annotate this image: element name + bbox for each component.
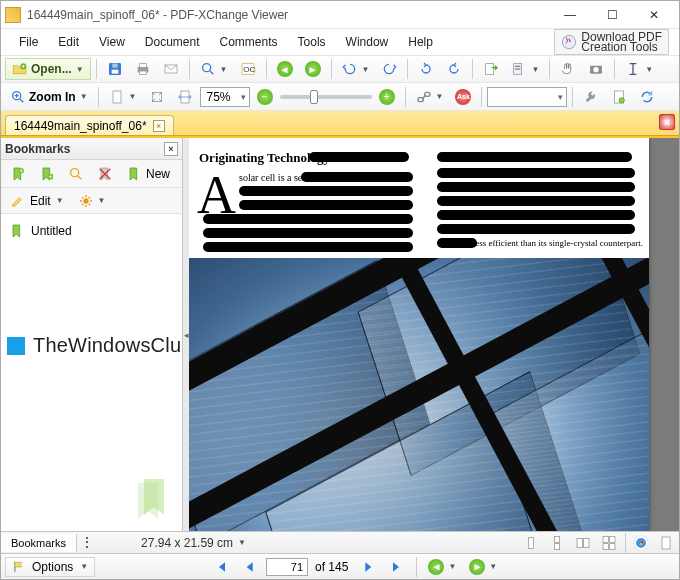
- menu-tools[interactable]: Tools: [290, 31, 334, 53]
- bm-add-child-button[interactable]: [34, 163, 60, 185]
- menu-document[interactable]: Document: [137, 31, 208, 53]
- layout-facing-continuous-button[interactable]: [596, 532, 622, 554]
- document-tabstrip: 164449main_spinoff_06* × ×: [1, 111, 679, 135]
- download-pdf-tools-button[interactable]: Download PDF Creation Tools: [554, 29, 669, 55]
- bm-find-button[interactable]: [63, 163, 89, 185]
- zoom-in-button[interactable]: +: [374, 86, 400, 108]
- bookmarks-tree[interactable]: Untitled TheWindowsClub: [1, 214, 182, 531]
- print-button[interactable]: [130, 58, 156, 80]
- last-page-button[interactable]: [384, 556, 410, 578]
- tool-b[interactable]: [606, 86, 632, 108]
- zoom-slider-thumb[interactable]: [310, 90, 318, 104]
- redaction-bar: [437, 182, 635, 192]
- menu-view[interactable]: View: [91, 31, 133, 53]
- nav-fwd-button[interactable]: ►: [300, 58, 326, 80]
- menu-comments[interactable]: Comments: [212, 31, 286, 53]
- select-tool[interactable]: ▼: [620, 58, 658, 80]
- zoom-out-button[interactable]: −: [252, 86, 278, 108]
- panel-close-button[interactable]: ×: [164, 142, 178, 156]
- document-tab[interactable]: 164449main_spinoff_06* ×: [5, 115, 174, 135]
- search-box[interactable]: [487, 87, 567, 107]
- hand-icon: [560, 61, 576, 77]
- zoom-combo[interactable]: 75%: [200, 87, 250, 107]
- svg-rect-15: [515, 68, 520, 69]
- hand-tool[interactable]: [555, 58, 581, 80]
- menubar: File Edit View Document Comments Tools W…: [1, 29, 679, 55]
- layout-single-button[interactable]: [518, 532, 544, 554]
- layout-continuous-button[interactable]: [544, 532, 570, 554]
- page-thumb-button[interactable]: [653, 532, 679, 554]
- gear-icon: [78, 193, 94, 209]
- bookmarks-toolbar: New: [1, 160, 182, 188]
- bm-add-button[interactable]: [5, 163, 31, 185]
- redaction-bar: [203, 228, 413, 238]
- arrow-right-icon: ►: [305, 61, 321, 77]
- bm-options-button[interactable]: ▼: [73, 190, 111, 212]
- minimize-button[interactable]: —: [549, 2, 591, 28]
- bookmarks-panel: Bookmarks × New Edit▼ ▼ Untitled TheWind…: [1, 138, 183, 531]
- status-tab-bookmarks[interactable]: Bookmarks: [1, 534, 77, 552]
- bookmark-item[interactable]: Untitled: [9, 220, 174, 242]
- separator: [625, 533, 626, 553]
- snapshot-tool[interactable]: [583, 58, 609, 80]
- link-tool[interactable]: ▼: [411, 86, 449, 108]
- svg-point-29: [83, 198, 88, 203]
- bm-delete-button[interactable]: [92, 163, 118, 185]
- redo-button[interactable]: [376, 58, 402, 80]
- menu-file[interactable]: File: [11, 31, 46, 53]
- find-button[interactable]: ▼: [195, 58, 233, 80]
- prev-page-button[interactable]: [237, 556, 263, 578]
- redaction-bar: [437, 168, 635, 178]
- menu-edit[interactable]: Edit: [50, 31, 87, 53]
- page-number-input[interactable]: [266, 558, 308, 576]
- bm-new-button[interactable]: New: [121, 163, 175, 185]
- rotate-cw-icon: [446, 61, 462, 77]
- svg-rect-34: [584, 538, 589, 547]
- zoom-toolbar: Zoom In▼ ▼ 75% − + ▼ Ask: [1, 83, 679, 111]
- zoom-value: 75%: [207, 90, 231, 104]
- options-label: Options: [32, 560, 73, 574]
- bookmarks-toolbar-2: Edit▼ ▼: [1, 188, 182, 214]
- export-button[interactable]: [478, 58, 504, 80]
- fit-width-button[interactable]: [172, 86, 198, 108]
- svg-rect-35: [603, 536, 608, 542]
- undo-button[interactable]: ▼: [337, 58, 375, 80]
- email-button[interactable]: [158, 58, 184, 80]
- tool-a[interactable]: [578, 86, 604, 108]
- nav-fwd-history[interactable]: ►▼: [464, 556, 502, 578]
- zoom-slider[interactable]: [280, 95, 372, 99]
- maximize-button[interactable]: ☐: [591, 2, 633, 28]
- menu-help[interactable]: Help: [400, 31, 441, 53]
- close-button[interactable]: ✕: [633, 2, 675, 28]
- document-view[interactable]: Originating Technology A solar cell is a…: [189, 138, 679, 531]
- nav-back-button[interactable]: ◄: [272, 58, 298, 80]
- menu-window[interactable]: Window: [338, 31, 397, 53]
- ocr-button[interactable]: OCR: [235, 58, 261, 80]
- rotate-ccw-button[interactable]: [413, 58, 439, 80]
- options-button[interactable]: Options ▼: [5, 557, 95, 577]
- bookmark-add-child-icon: [39, 166, 55, 182]
- next-page-button[interactable]: [355, 556, 381, 578]
- export-selection-button[interactable]: ▼: [506, 58, 544, 80]
- bm-edit-button[interactable]: Edit▼: [5, 190, 69, 212]
- tool-c[interactable]: [634, 86, 660, 108]
- open-button-label: Open...: [31, 62, 72, 76]
- separator: [98, 87, 99, 107]
- save-icon: [107, 61, 123, 77]
- chrome-button[interactable]: [629, 532, 653, 554]
- chevron-down-icon[interactable]: ▼: [238, 538, 246, 547]
- layout-facing-button[interactable]: [570, 532, 596, 554]
- fit-page-button[interactable]: [144, 86, 170, 108]
- zoom-mode-button[interactable]: Zoom In▼: [5, 86, 93, 108]
- open-button[interactable]: Open... ▼: [5, 58, 91, 80]
- nav-back-history[interactable]: ◄▼: [423, 556, 461, 578]
- save-button[interactable]: [102, 58, 128, 80]
- first-page-button[interactable]: [208, 556, 234, 578]
- actual-size-button[interactable]: ▼: [104, 86, 142, 108]
- pencil-icon: [10, 193, 26, 209]
- tab-close-button[interactable]: ×: [153, 120, 165, 132]
- close-all-button[interactable]: ×: [659, 114, 675, 130]
- rotate-cw-button[interactable]: [441, 58, 467, 80]
- page-tool-icon: [611, 89, 627, 105]
- ask-button[interactable]: Ask: [450, 86, 476, 108]
